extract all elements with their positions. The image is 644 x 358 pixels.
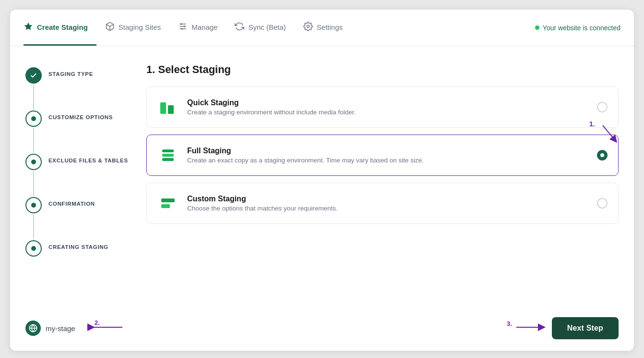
svg-point-7 [307, 25, 309, 27]
svg-rect-9 [168, 105, 174, 114]
step-staging-type: STAGING TYPE [25, 67, 131, 111]
nav-manage-label: Manage [191, 23, 217, 31]
quick-staging-option[interactable]: Quick Staging Create a staging environme… [146, 86, 619, 128]
nav-sync-label: Sync (Beta) [248, 23, 286, 31]
nav-sync[interactable]: Sync (Beta) [226, 10, 294, 46]
svg-text:2.: 2. [95, 319, 100, 326]
custom-staging-title: Custom Staging [187, 195, 588, 203]
quick-staging-title: Quick Staging [187, 99, 588, 107]
website-status: Your website is connected [535, 24, 620, 32]
step-label-exclude: EXCLUDE FILES & TABLES [48, 154, 128, 163]
full-staging-radio[interactable] [597, 150, 608, 160]
step-circle-staging-type [25, 67, 42, 84]
site-icon [25, 321, 41, 336]
custom-staging-desc: Choose the options that matches your req… [187, 205, 588, 212]
site-name: my-stage [46, 324, 75, 333]
step-circle-confirmation [25, 197, 42, 213]
footer-left: my-stage 2. [25, 320, 132, 336]
svg-rect-10 [162, 149, 174, 152]
nav-manage[interactable]: Manage [169, 10, 226, 46]
nav-settings[interactable]: Settings [295, 10, 351, 46]
full-staging-icon [157, 145, 179, 166]
full-staging-title: Full Staging [187, 147, 588, 155]
step-creating: CREATING STAGING [25, 240, 131, 257]
step-circle-customize [25, 111, 42, 127]
svg-text:3.: 3. [507, 320, 512, 327]
main-card: Create Staging Staging Sites Manage Sync… [10, 10, 634, 351]
full-staging-option[interactable]: Full Staging Create an exact copy as a s… [146, 135, 619, 176]
custom-staging-option[interactable]: Custom Staging Choose the options that m… [146, 183, 619, 224]
step-label-staging-type: STAGING TYPE [48, 67, 93, 77]
main-content: STAGING TYPE CUSTOMIZE OPTIONS [10, 46, 634, 309]
cube-icon [105, 22, 115, 33]
svg-rect-14 [161, 198, 175, 202]
section-title: 1. Select Staging [146, 63, 619, 76]
quick-staging-radio[interactable] [597, 102, 608, 112]
footer: my-stage 2. 3. [10, 309, 634, 351]
svg-rect-15 [161, 204, 170, 208]
svg-rect-11 [162, 154, 174, 157]
quick-staging-icon [157, 97, 179, 118]
steps-sidebar: STAGING TYPE CUSTOMIZE OPTIONS [25, 63, 131, 295]
status-label: Your website is connected [543, 24, 620, 32]
svg-rect-8 [160, 102, 166, 114]
svg-rect-12 [162, 158, 174, 161]
sync-icon [235, 22, 244, 33]
full-staging-text: Full Staging Create an exact copy as a s… [187, 147, 588, 164]
step-circle-creating [25, 240, 42, 257]
star-icon [24, 22, 33, 33]
sliders-icon [178, 22, 188, 33]
svg-point-4 [180, 23, 182, 25]
svg-point-6 [181, 28, 183, 29]
step-label-customize: CUSTOMIZE OPTIONS [48, 111, 113, 120]
step-label-confirmation: CONFIRMATION [48, 197, 95, 207]
gear-icon [303, 22, 313, 33]
status-dot [535, 25, 539, 30]
next-step-button[interactable]: Next Step [552, 317, 619, 339]
step-label-creating: CREATING STAGING [48, 240, 108, 250]
custom-staging-radio[interactable] [597, 198, 608, 209]
step-circle-exclude [25, 154, 42, 170]
nav-create-staging[interactable]: Create Staging [24, 10, 96, 46]
nav-create-staging-label: Create Staging [37, 23, 88, 31]
quick-staging-desc: Create a staging environment without inc… [187, 109, 588, 116]
nav-settings-label: Settings [317, 23, 343, 31]
quick-staging-text: Quick Staging Create a staging environme… [187, 99, 588, 116]
top-nav: Create Staging Staging Sites Manage Sync… [10, 10, 634, 46]
step-confirmation: CONFIRMATION [25, 197, 131, 240]
full-staging-desc: Create an exact copy as a staging enviro… [187, 157, 588, 164]
nav-staging-sites[interactable]: Staging Sites [96, 10, 169, 46]
svg-point-5 [184, 25, 185, 27]
custom-staging-icon [157, 193, 179, 214]
nav-staging-sites-label: Staging Sites [119, 23, 161, 31]
custom-staging-text: Custom Staging Choose the options that m… [187, 195, 588, 212]
step-exclude: EXCLUDE FILES & TABLES [25, 154, 131, 197]
content-area: 1. Select Staging Quick Staging Create a… [146, 63, 619, 295]
step-customize: CUSTOMIZE OPTIONS [25, 111, 131, 154]
